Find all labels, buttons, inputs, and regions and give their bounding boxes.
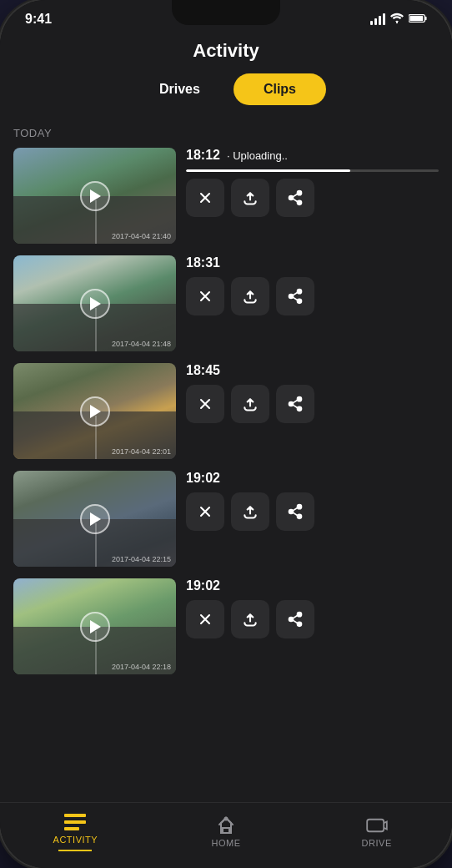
- upload-button-1[interactable]: [231, 179, 269, 217]
- clip-item-5: 2017-04-04 22:18 19:02: [13, 578, 439, 674]
- page-title: Activity: [17, 40, 435, 62]
- clip-time-row-4: 19:02: [186, 471, 439, 486]
- play-button-1[interactable]: [80, 181, 110, 211]
- play-icon-5: [90, 620, 101, 633]
- drive-nav-label: DRIVE: [362, 838, 392, 848]
- clip-time-row-3: 18:45: [186, 363, 439, 378]
- share-button-3[interactable]: [276, 385, 314, 423]
- tab-clips[interactable]: Clips: [234, 73, 326, 105]
- play-icon-2: [90, 297, 101, 310]
- svg-rect-31: [64, 827, 79, 830]
- delete-button-2[interactable]: [186, 277, 224, 315]
- drive-nav-icon: [365, 816, 389, 835]
- play-button-3[interactable]: [80, 396, 110, 426]
- status-time: 9:41: [25, 12, 52, 27]
- clip-thumbnail-4[interactable]: 2017-04-04 22:15: [13, 471, 176, 567]
- header: Activity Drives Clips: [0, 33, 452, 115]
- upload-progress-bar-1: [186, 169, 439, 172]
- activity-nav-underline: [58, 850, 92, 851]
- home-nav-icon: [214, 816, 238, 835]
- content-area: TODAY 2017-04-04 21:40 18:12 · Uploading…: [0, 115, 452, 802]
- svg-line-23: [293, 512, 298, 516]
- clip-timestamp-5: 2017-04-04 22:18: [112, 663, 171, 671]
- signal-bar-4: [383, 13, 385, 25]
- upload-button-2[interactable]: [231, 277, 269, 315]
- svg-rect-30: [64, 820, 86, 824]
- clip-timestamp-3: 2017-04-04 22:01: [112, 447, 171, 456]
- svg-line-27: [293, 615, 298, 618]
- svg-rect-33: [367, 820, 384, 832]
- play-icon-3: [90, 405, 101, 418]
- delete-button-4[interactable]: [186, 492, 224, 531]
- signal-bar-2: [374, 18, 377, 25]
- play-button-5[interactable]: [80, 612, 110, 642]
- svg-rect-3: [409, 15, 423, 20]
- clip-info-2: 18:31: [186, 255, 439, 315]
- play-button-4[interactable]: [80, 504, 110, 534]
- status-icons: [370, 13, 427, 26]
- clip-time-3: 18:45: [186, 363, 220, 378]
- delete-button-5[interactable]: [186, 600, 224, 638]
- upload-button-4[interactable]: [231, 492, 269, 531]
- svg-line-18: [293, 405, 298, 408]
- upload-progress-fill-1: [186, 169, 350, 172]
- share-button-2[interactable]: [276, 277, 314, 315]
- clip-time-4: 19:02: [186, 471, 220, 486]
- clip-timestamp-2: 2017-04-04 21:48: [112, 340, 171, 348]
- svg-rect-2: [425, 16, 427, 19]
- battery-icon: [409, 13, 427, 26]
- clip-time-row-1: 18:12 · Uploading..: [186, 148, 439, 163]
- clip-time-1: 18:12: [186, 148, 220, 163]
- svg-line-7: [293, 194, 298, 197]
- phone-screen: 9:41: [0, 0, 452, 868]
- play-button-2[interactable]: [80, 289, 110, 319]
- clip-info-3: 18:45: [186, 363, 439, 423]
- svg-line-12: [293, 292, 298, 295]
- clip-thumbnail-1[interactable]: 2017-04-04 21:40: [13, 148, 176, 244]
- svg-rect-29: [64, 814, 86, 817]
- share-button-1[interactable]: [276, 179, 314, 217]
- play-icon-1: [90, 189, 101, 203]
- clip-actions-1: [186, 179, 439, 217]
- nav-item-home[interactable]: HOME: [151, 816, 302, 848]
- clip-item-4: 2017-04-04 22:15 19:02: [13, 471, 439, 567]
- signal-bar-3: [379, 16, 381, 25]
- clip-time-row-5: 19:02: [186, 578, 439, 593]
- upload-button-5[interactable]: [231, 600, 269, 638]
- wifi-icon: [390, 13, 404, 26]
- clip-info-5: 19:02: [186, 578, 439, 638]
- svg-line-8: [293, 199, 298, 202]
- clip-item-3: 2017-04-04 22:01 18:45: [13, 363, 439, 459]
- clip-thumbnail-2[interactable]: 2017-04-04 21:48: [13, 255, 176, 351]
- phone-frame: 9:41: [0, 0, 452, 868]
- activity-nav-icon: [63, 813, 87, 831]
- svg-line-17: [293, 400, 298, 403]
- tab-bar: Drives Clips: [17, 73, 435, 105]
- clip-info-4: 19:02: [186, 471, 439, 531]
- share-button-4[interactable]: [276, 492, 314, 531]
- tab-drives[interactable]: Drives: [126, 73, 234, 105]
- clip-timestamp-4: 2017-04-04 22:15: [112, 555, 171, 563]
- nav-item-drive[interactable]: DRIVE: [301, 816, 452, 848]
- clip-time-2: 18:31: [186, 255, 220, 270]
- home-nav-label: HOME: [212, 838, 241, 848]
- clip-time-row-2: 18:31: [186, 255, 439, 270]
- clip-item-1: 2017-04-04 21:40 18:12 · Uploading..: [13, 148, 439, 244]
- clip-actions-3: [186, 385, 439, 423]
- upload-button-3[interactable]: [231, 385, 269, 423]
- clip-thumbnail-3[interactable]: 2017-04-04 22:01: [13, 363, 176, 459]
- signal-bar-1: [370, 21, 373, 25]
- activity-nav-label: ACTIVITY: [53, 835, 98, 845]
- clip-info-1: 18:12 · Uploading..: [186, 148, 439, 217]
- bottom-nav: ACTIVITY HOME: [0, 802, 452, 868]
- share-button-5[interactable]: [276, 600, 314, 638]
- play-icon-4: [90, 512, 101, 526]
- clip-actions-5: [186, 600, 439, 638]
- nav-item-activity[interactable]: ACTIVITY: [0, 813, 151, 851]
- clip-thumbnail-5[interactable]: 2017-04-04 22:18: [13, 578, 176, 674]
- delete-button-1[interactable]: [186, 179, 224, 217]
- clip-actions-2: [186, 277, 439, 315]
- svg-line-28: [293, 620, 298, 623]
- delete-button-3[interactable]: [186, 385, 224, 423]
- notch: [172, 0, 280, 25]
